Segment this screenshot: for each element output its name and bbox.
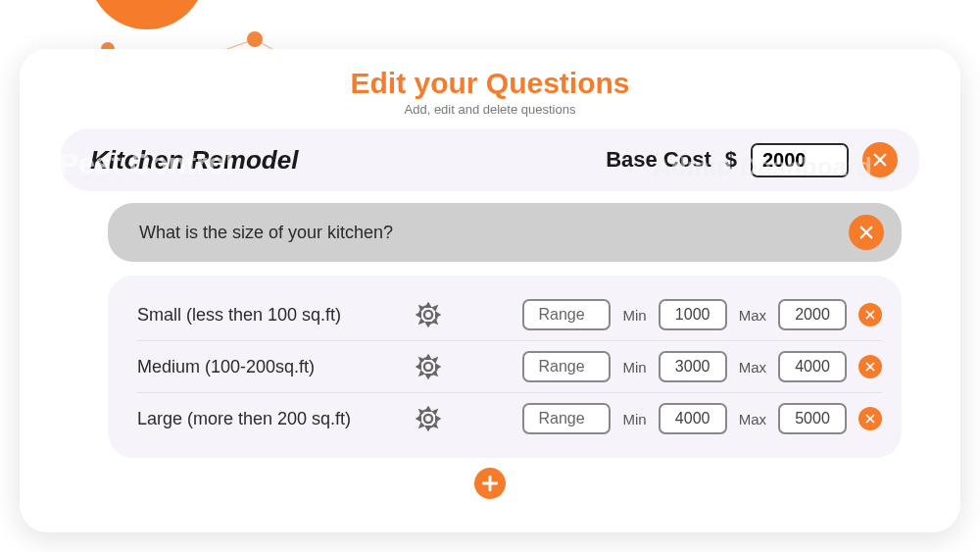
max-input[interactable] [778,351,847,382]
option-type-select[interactable]: Range [522,299,611,330]
option-type-select[interactable]: Range [522,403,611,434]
svg-point-42 [424,415,432,423]
max-input[interactable] [778,299,847,330]
option-label: Small (less then 100 sq.ft) [137,305,402,326]
option-label: Medium (100-200sq.ft) [137,357,402,377]
min-input[interactable] [659,299,727,330]
page-title: Edit your Questions [20,67,960,100]
options-panel: Small (less then 100 sq.ft) Range Min Ma… [108,276,902,458]
option-row: Large (more then 200 sq.ft) Range Min Ma… [137,392,882,444]
gear-icon[interactable] [414,300,443,329]
option-label: Large (more then 200 sq.ft) [137,409,402,429]
option-row: Small (less then 100 sq.ft) Range Min Ma… [137,289,882,340]
editor-card: Pest Control Admin Dashboard Edit your Q… [20,49,960,532]
bg-text-left: Pest Control [59,147,233,180]
svg-point-36 [424,311,432,319]
svg-point-39 [424,363,432,371]
add-option-row [20,468,960,499]
min-label: Min [622,359,646,376]
close-icon [864,413,876,425]
delete-option-button[interactable] [858,407,882,430]
min-label: Min [622,307,646,324]
max-label: Max [739,307,766,324]
add-option-button[interactable] [474,468,506,499]
max-input[interactable] [778,403,847,434]
close-icon [864,309,876,321]
page-subtitle: Add, edit and delete questions [20,102,960,117]
delete-question-button[interactable] [849,215,884,250]
plus-icon [480,474,500,493]
min-label: Min [622,411,646,427]
bg-text-right: Admin Dashboard [653,152,872,182]
delete-option-button[interactable] [858,303,882,326]
max-label: Max [739,411,766,427]
question-text: What is the size of your kitchen? [139,223,393,243]
option-row: Medium (100-200sq.ft) Range Min Max [137,340,882,392]
close-icon [864,361,876,373]
min-input[interactable] [659,351,727,382]
question-row: What is the size of your kitchen? [108,203,902,262]
gear-icon[interactable] [414,404,443,433]
gear-icon[interactable] [414,352,443,381]
min-input[interactable] [659,403,727,434]
max-label: Max [739,359,766,376]
close-icon [871,151,889,169]
header: Edit your Questions Add, edit and delete… [20,67,960,117]
svg-point-20 [247,31,263,47]
close-icon [858,224,875,241]
option-type-select[interactable]: Range [522,351,611,382]
delete-option-button[interactable] [858,355,882,378]
